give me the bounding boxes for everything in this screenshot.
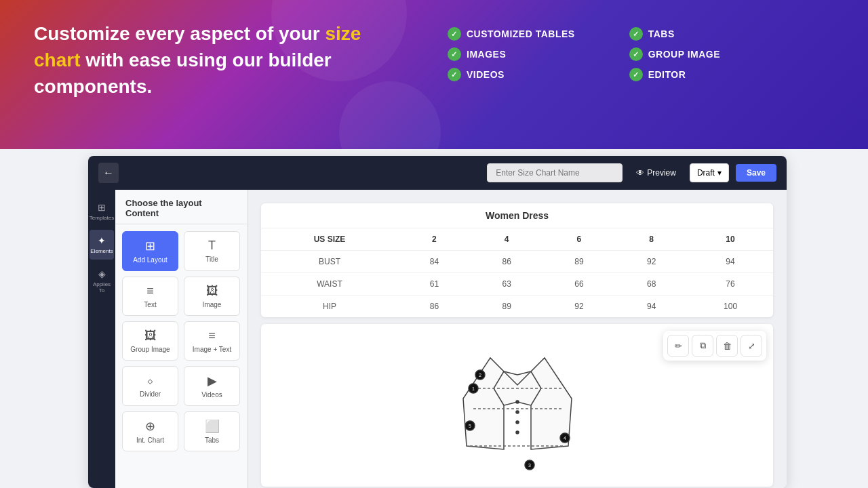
image-text-icon: ≡ bbox=[208, 329, 216, 343]
cell-waist-label: WAIST bbox=[261, 273, 398, 296]
cell-bust-8: 92 bbox=[615, 251, 688, 273]
element-image-text[interactable]: ≡ Image + Text bbox=[184, 321, 240, 361]
cell-hip-8: 94 bbox=[615, 296, 688, 318]
image-block: ✏ ⧉ 🗑 ⤢ bbox=[261, 324, 773, 487]
feature-label-tabs: TABS bbox=[648, 28, 675, 39]
move-icon: ⤢ bbox=[748, 341, 755, 351]
element-int-chart[interactable]: ⊕ Int. Chart bbox=[122, 411, 178, 451]
copy-button[interactable]: ⧉ bbox=[692, 335, 713, 357]
add-layout-label: Add Layout bbox=[133, 256, 167, 264]
back-button[interactable]: ← bbox=[98, 163, 119, 183]
table-header-row: US SIZE 2 4 6 8 10 bbox=[261, 228, 773, 251]
feature-label-tables: CUSTOMIZED TABLES bbox=[467, 28, 575, 39]
elements-icon: ✦ bbox=[98, 235, 106, 246]
panel-header: Choose the layout Content bbox=[115, 190, 247, 224]
size-chart-name-input[interactable] bbox=[487, 163, 623, 182]
element-title[interactable]: T Title bbox=[184, 231, 240, 271]
videos-icon: ▶ bbox=[208, 373, 217, 388]
table-block: Women Dress US SIZE 2 4 6 8 10 bbox=[261, 203, 773, 317]
feature-label-group-image: GROUP IMAGE bbox=[648, 49, 720, 60]
jacket-diagram: 1 2 5 4 3 bbox=[450, 338, 585, 473]
edit-icon: ✏ bbox=[675, 341, 682, 351]
group-image-icon: 🖼 bbox=[144, 329, 157, 343]
move-button[interactable]: ⤢ bbox=[741, 335, 762, 357]
title-label: Title bbox=[205, 256, 218, 263]
float-toolbar: ✏ ⧉ 🗑 ⤢ bbox=[663, 331, 766, 361]
header-us-size: US SIZE bbox=[261, 228, 398, 251]
image-label: Image bbox=[203, 301, 222, 308]
divider-label: Divider bbox=[140, 390, 161, 398]
divider-icon: ⬦ bbox=[146, 373, 154, 388]
element-group-image[interactable]: 🖼 Group Image bbox=[122, 321, 178, 361]
element-image[interactable]: 🖼 Image bbox=[184, 277, 240, 316]
draft-button[interactable]: Draft ▾ bbox=[690, 163, 729, 182]
feature-editor: ✓ EDITOR bbox=[629, 68, 757, 81]
header-8: 8 bbox=[615, 228, 688, 251]
cell-bust-label: BUST bbox=[261, 251, 398, 273]
element-videos[interactable]: ▶ Videos bbox=[184, 366, 240, 406]
size-table: US SIZE 2 4 6 8 10 BUST 84 bbox=[261, 228, 773, 317]
table-row: BUST 84 86 89 92 94 bbox=[261, 251, 773, 273]
delete-icon: 🗑 bbox=[723, 341, 732, 351]
cell-waist-6: 66 bbox=[543, 273, 616, 296]
app-toolbar: ← 👁 Preview Draft ▾ Save bbox=[88, 156, 787, 190]
cell-bust-10: 94 bbox=[688, 251, 773, 273]
cell-waist-2: 61 bbox=[398, 273, 471, 296]
int-chart-icon: ⊕ bbox=[145, 419, 155, 434]
delete-button[interactable]: 🗑 bbox=[716, 335, 738, 357]
sidebar-item-templates[interactable]: ⊞ Templates bbox=[90, 197, 114, 226]
draft-label: Draft bbox=[697, 168, 715, 178]
feature-customized-tables: ✓ CUSTOMIZED TABLES bbox=[448, 27, 575, 41]
edit-button[interactable]: ✏ bbox=[667, 335, 689, 357]
svg-point-3 bbox=[516, 431, 519, 434]
cell-waist-8: 68 bbox=[615, 273, 688, 296]
element-text[interactable]: ≡ Text bbox=[122, 277, 178, 316]
elements-grid: ⊞ Add Layout T Title ≡ Text 🖼 Image bbox=[115, 224, 247, 458]
feature-label-images: IMAGES bbox=[467, 49, 506, 60]
cell-hip-6: 92 bbox=[543, 296, 616, 318]
element-tabs[interactable]: ⬜ Tabs bbox=[184, 411, 240, 451]
sidebar-item-elements[interactable]: ✦ Elements bbox=[90, 230, 114, 260]
svg-point-1 bbox=[516, 411, 519, 413]
title-icon: T bbox=[208, 239, 216, 253]
sidebar-item-applies-to[interactable]: ◈ Applies To bbox=[90, 263, 114, 299]
main-content: Women Dress US SIZE 2 4 6 8 10 bbox=[248, 190, 787, 488]
int-chart-label: Int. Chart bbox=[136, 436, 164, 444]
header-2: 2 bbox=[398, 228, 471, 251]
svg-text:4: 4 bbox=[564, 436, 566, 441]
feature-videos: ✓ VIDEOS bbox=[448, 68, 575, 81]
sidebar-label-templates: Templates bbox=[90, 215, 114, 221]
check-icon-images: ✓ bbox=[448, 47, 461, 61]
save-button[interactable]: Save bbox=[736, 164, 776, 182]
cell-waist-4: 63 bbox=[471, 273, 543, 296]
elements-panel: Choose the layout Content ⊞ Add Layout T… bbox=[115, 190, 248, 488]
svg-point-0 bbox=[516, 401, 519, 403]
hero-section: Customize every aspect of your size char… bbox=[0, 0, 868, 149]
element-divider[interactable]: ⬦ Divider bbox=[122, 366, 178, 406]
hero-text-before: Customize every aspect of your bbox=[34, 23, 325, 44]
sidebar-label-applies-to: Applies To bbox=[92, 281, 111, 293]
videos-label: Videos bbox=[201, 391, 222, 399]
sidebar-label-elements: Elements bbox=[90, 248, 113, 254]
back-icon: ← bbox=[103, 167, 114, 179]
app-body: ⊞ Templates ✦ Elements ◈ Applies To Choo… bbox=[88, 190, 787, 488]
dropdown-icon: ▾ bbox=[717, 168, 722, 178]
check-icon-tables: ✓ bbox=[448, 27, 461, 41]
feature-tabs: ✓ TABS bbox=[629, 27, 757, 41]
check-icon-group-image: ✓ bbox=[629, 47, 643, 61]
group-image-label: Group Image bbox=[130, 346, 170, 353]
table-row: WAIST 61 63 66 68 76 bbox=[261, 273, 773, 296]
svg-text:3: 3 bbox=[528, 463, 531, 468]
app-window: ← 👁 Preview Draft ▾ Save ⊞ bbox=[88, 156, 787, 488]
feature-group-image: ✓ GROUP IMAGE bbox=[629, 47, 757, 61]
preview-label: Preview bbox=[647, 168, 676, 178]
templates-icon: ⊞ bbox=[98, 202, 106, 213]
table-title: Women Dress bbox=[261, 203, 773, 228]
header-6: 6 bbox=[543, 228, 616, 251]
app-container: ← 👁 Preview Draft ▾ Save ⊞ bbox=[0, 149, 868, 488]
svg-point-2 bbox=[516, 421, 519, 424]
image-icon: 🖼 bbox=[206, 284, 218, 298]
element-add-layout[interactable]: ⊞ Add Layout bbox=[122, 231, 178, 271]
preview-button[interactable]: 👁 Preview bbox=[629, 164, 683, 182]
hero-features: ✓ CUSTOMIZED TABLES ✓ TABS ✓ IMAGES ✓ GR… bbox=[448, 27, 756, 81]
